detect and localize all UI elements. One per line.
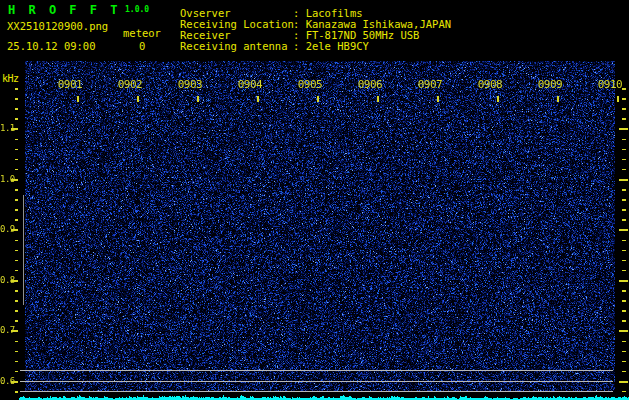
minute-tick xyxy=(377,96,379,102)
level-indicator-bar xyxy=(23,195,24,305)
minute-tick xyxy=(437,96,439,102)
freq-tick-right xyxy=(622,341,626,343)
freq-tick-right xyxy=(622,159,626,161)
freq-tick-right xyxy=(622,88,626,90)
freq-tick-left xyxy=(15,159,19,161)
y-axis-unit-label: kHz xyxy=(2,73,19,84)
freq-tick-right xyxy=(622,98,626,100)
observation-datetime: 25.10.12 09:00 xyxy=(7,40,96,52)
minute-tick xyxy=(557,96,559,102)
freq-tick-right xyxy=(622,310,626,312)
freq-tick-right xyxy=(619,229,628,231)
time-label: 0904 xyxy=(235,78,265,91)
minute-tick xyxy=(77,96,79,102)
freq-tick-left xyxy=(15,270,19,272)
freq-tick-left xyxy=(15,290,19,292)
freq-tick-right xyxy=(622,139,626,141)
freq-tick-right xyxy=(622,371,626,373)
freq-tick-left xyxy=(15,108,19,110)
freq-tick-left xyxy=(15,391,19,393)
freq-label: 0.8 xyxy=(0,275,13,285)
freq-tick-right xyxy=(622,240,626,242)
freq-tick-right xyxy=(622,290,626,292)
time-label: 0909 xyxy=(535,78,565,91)
minute-tick xyxy=(257,96,259,102)
app-version: 1.0.0 xyxy=(125,5,149,14)
freq-tick-right xyxy=(619,280,628,282)
freq-tick-left xyxy=(15,199,19,201)
freq-tick-right xyxy=(619,330,628,332)
reference-line-upper xyxy=(20,370,613,371)
freq-tick-left xyxy=(15,250,19,252)
observation-mode: meteor xyxy=(123,27,161,39)
freq-tick-left xyxy=(15,189,19,191)
freq-tick-right xyxy=(622,108,626,110)
freq-tick-right xyxy=(622,250,626,252)
freq-tick-left xyxy=(15,300,19,302)
freq-tick-left xyxy=(15,371,19,373)
freq-tick-left xyxy=(15,361,19,363)
time-label: 0908 xyxy=(475,78,505,91)
freq-tick-right xyxy=(622,169,626,171)
freq-label: 0.7 xyxy=(0,325,13,335)
time-label: 0903 xyxy=(175,78,205,91)
freq-tick-right xyxy=(622,209,626,211)
freq-tick-left xyxy=(15,209,19,211)
freq-tick-right xyxy=(622,300,626,302)
observation-filename: XX2510120900.png xyxy=(7,20,108,32)
freq-label: 0.9 xyxy=(0,224,13,234)
minute-tick xyxy=(317,96,319,102)
time-label: 0910 xyxy=(595,78,625,91)
freq-tick-left xyxy=(15,260,19,262)
freq-tick-right xyxy=(622,320,626,322)
freq-tick-left xyxy=(15,88,19,90)
time-label: 0907 xyxy=(415,78,445,91)
freq-tick-right xyxy=(622,351,626,353)
freq-tick-right xyxy=(622,260,626,262)
freq-tick-left xyxy=(15,219,19,221)
freq-tick-right xyxy=(619,381,628,383)
station-label: Receiving antenna xyxy=(180,41,293,52)
minute-tick xyxy=(617,96,619,102)
freq-tick-left xyxy=(15,118,19,120)
freq-tick-right xyxy=(619,128,628,130)
freq-tick-left xyxy=(15,310,19,312)
freq-tick-left xyxy=(15,98,19,100)
time-label: 0902 xyxy=(115,78,145,91)
freq-tick-left xyxy=(15,351,19,353)
freq-tick-right xyxy=(622,149,626,151)
minute-tick xyxy=(497,96,499,102)
meteor-count: 0 xyxy=(139,40,145,52)
signal-level-trace xyxy=(19,392,629,400)
freq-tick-right xyxy=(619,179,628,181)
freq-tick-right xyxy=(622,361,626,363)
time-label: 0901 xyxy=(55,78,85,91)
time-label: 0906 xyxy=(355,78,385,91)
freq-tick-right xyxy=(622,189,626,191)
freq-tick-left xyxy=(15,169,19,171)
freq-tick-right xyxy=(622,199,626,201)
station-row: Receiving antenna: 2ele HB9CY xyxy=(180,41,451,52)
minute-tick xyxy=(137,96,139,102)
freq-tick-left xyxy=(15,320,19,322)
freq-label: 0.6 xyxy=(0,376,13,386)
freq-tick-left xyxy=(15,341,19,343)
freq-label: 1.1 xyxy=(0,123,13,133)
spectrogram-plot xyxy=(25,61,615,392)
freq-tick-right xyxy=(622,118,626,120)
hrofft-window: H R O F F T 1.0.0 XX2510120900.png meteo… xyxy=(0,0,629,400)
freq-tick-left xyxy=(15,240,19,242)
app-title: H R O F F T xyxy=(8,3,120,17)
freq-tick-left xyxy=(15,139,19,141)
station-info: Ovserver: LacofilmsReceiving Location: K… xyxy=(180,8,451,52)
freq-tick-left xyxy=(15,149,19,151)
freq-tick-right xyxy=(622,270,626,272)
reference-line-center xyxy=(20,381,613,382)
station-value: : 2ele HB9CY xyxy=(293,41,369,52)
minute-tick xyxy=(197,96,199,102)
freq-label: 1.0 xyxy=(0,174,13,184)
freq-tick-right xyxy=(622,219,626,221)
time-label: 0905 xyxy=(295,78,325,91)
